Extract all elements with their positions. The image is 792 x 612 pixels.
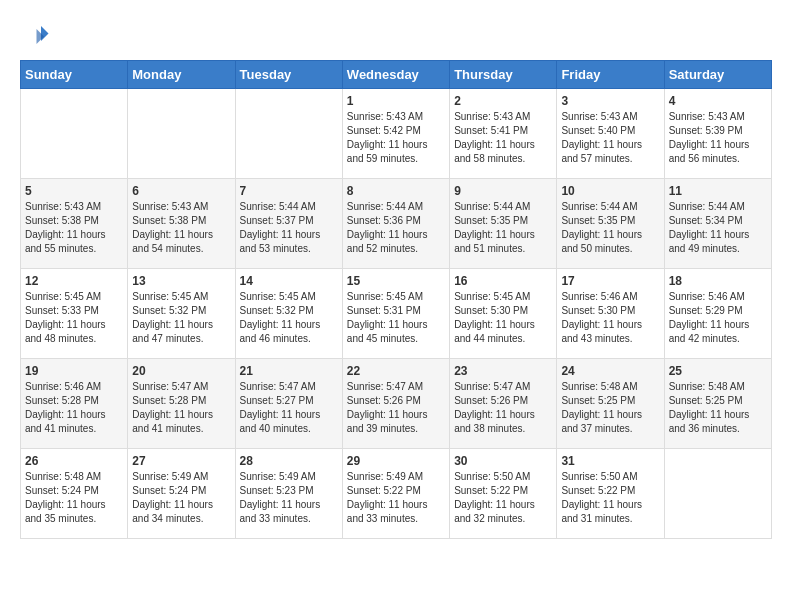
calendar-cell [128,89,235,179]
day-info: Sunrise: 5:48 AM Sunset: 5:24 PM Dayligh… [25,470,123,526]
day-info: Sunrise: 5:45 AM Sunset: 5:32 PM Dayligh… [132,290,230,346]
calendar-cell: 28Sunrise: 5:49 AM Sunset: 5:23 PM Dayli… [235,449,342,539]
day-info: Sunrise: 5:47 AM Sunset: 5:26 PM Dayligh… [347,380,445,436]
day-info: Sunrise: 5:45 AM Sunset: 5:30 PM Dayligh… [454,290,552,346]
day-number: 15 [347,274,445,288]
day-info: Sunrise: 5:47 AM Sunset: 5:27 PM Dayligh… [240,380,338,436]
day-number: 27 [132,454,230,468]
calendar-cell: 8Sunrise: 5:44 AM Sunset: 5:36 PM Daylig… [342,179,449,269]
header-cell-saturday: Saturday [664,61,771,89]
header [20,20,772,50]
calendar-cell: 23Sunrise: 5:47 AM Sunset: 5:26 PM Dayli… [450,359,557,449]
calendar-cell: 4Sunrise: 5:43 AM Sunset: 5:39 PM Daylig… [664,89,771,179]
day-info: Sunrise: 5:43 AM Sunset: 5:41 PM Dayligh… [454,110,552,166]
day-info: Sunrise: 5:44 AM Sunset: 5:37 PM Dayligh… [240,200,338,256]
day-info: Sunrise: 5:43 AM Sunset: 5:39 PM Dayligh… [669,110,767,166]
day-number: 26 [25,454,123,468]
day-info: Sunrise: 5:47 AM Sunset: 5:26 PM Dayligh… [454,380,552,436]
day-number: 2 [454,94,552,108]
calendar-cell: 18Sunrise: 5:46 AM Sunset: 5:29 PM Dayli… [664,269,771,359]
day-number: 29 [347,454,445,468]
day-info: Sunrise: 5:46 AM Sunset: 5:30 PM Dayligh… [561,290,659,346]
calendar-cell: 30Sunrise: 5:50 AM Sunset: 5:22 PM Dayli… [450,449,557,539]
day-info: Sunrise: 5:49 AM Sunset: 5:24 PM Dayligh… [132,470,230,526]
calendar-cell: 3Sunrise: 5:43 AM Sunset: 5:40 PM Daylig… [557,89,664,179]
calendar-cell: 24Sunrise: 5:48 AM Sunset: 5:25 PM Dayli… [557,359,664,449]
header-cell-monday: Monday [128,61,235,89]
day-info: Sunrise: 5:43 AM Sunset: 5:38 PM Dayligh… [132,200,230,256]
day-number: 24 [561,364,659,378]
calendar-cell: 6Sunrise: 5:43 AM Sunset: 5:38 PM Daylig… [128,179,235,269]
svg-marker-0 [41,26,49,41]
week-row-3: 12Sunrise: 5:45 AM Sunset: 5:33 PM Dayli… [21,269,772,359]
day-number: 6 [132,184,230,198]
day-info: Sunrise: 5:44 AM Sunset: 5:35 PM Dayligh… [561,200,659,256]
header-cell-thursday: Thursday [450,61,557,89]
calendar-cell: 10Sunrise: 5:44 AM Sunset: 5:35 PM Dayli… [557,179,664,269]
day-number: 20 [132,364,230,378]
calendar-cell: 19Sunrise: 5:46 AM Sunset: 5:28 PM Dayli… [21,359,128,449]
day-info: Sunrise: 5:44 AM Sunset: 5:34 PM Dayligh… [669,200,767,256]
day-number: 25 [669,364,767,378]
day-info: Sunrise: 5:43 AM Sunset: 5:38 PM Dayligh… [25,200,123,256]
day-info: Sunrise: 5:45 AM Sunset: 5:32 PM Dayligh… [240,290,338,346]
calendar-cell: 26Sunrise: 5:48 AM Sunset: 5:24 PM Dayli… [21,449,128,539]
calendar-cell: 12Sunrise: 5:45 AM Sunset: 5:33 PM Dayli… [21,269,128,359]
day-number: 23 [454,364,552,378]
day-info: Sunrise: 5:49 AM Sunset: 5:22 PM Dayligh… [347,470,445,526]
day-info: Sunrise: 5:49 AM Sunset: 5:23 PM Dayligh… [240,470,338,526]
day-number: 11 [669,184,767,198]
day-info: Sunrise: 5:43 AM Sunset: 5:42 PM Dayligh… [347,110,445,166]
day-number: 1 [347,94,445,108]
calendar-cell: 20Sunrise: 5:47 AM Sunset: 5:28 PM Dayli… [128,359,235,449]
calendar-cell: 31Sunrise: 5:50 AM Sunset: 5:22 PM Dayli… [557,449,664,539]
calendar-cell: 7Sunrise: 5:44 AM Sunset: 5:37 PM Daylig… [235,179,342,269]
day-number: 3 [561,94,659,108]
day-number: 12 [25,274,123,288]
calendar-table: SundayMondayTuesdayWednesdayThursdayFrid… [20,60,772,539]
calendar-cell: 22Sunrise: 5:47 AM Sunset: 5:26 PM Dayli… [342,359,449,449]
day-info: Sunrise: 5:44 AM Sunset: 5:36 PM Dayligh… [347,200,445,256]
calendar-cell [664,449,771,539]
day-number: 4 [669,94,767,108]
header-cell-friday: Friday [557,61,664,89]
day-number: 30 [454,454,552,468]
week-row-2: 5Sunrise: 5:43 AM Sunset: 5:38 PM Daylig… [21,179,772,269]
calendar-cell: 27Sunrise: 5:49 AM Sunset: 5:24 PM Dayli… [128,449,235,539]
calendar-cell: 29Sunrise: 5:49 AM Sunset: 5:22 PM Dayli… [342,449,449,539]
day-number: 19 [25,364,123,378]
day-info: Sunrise: 5:48 AM Sunset: 5:25 PM Dayligh… [669,380,767,436]
calendar-cell: 5Sunrise: 5:43 AM Sunset: 5:38 PM Daylig… [21,179,128,269]
day-info: Sunrise: 5:48 AM Sunset: 5:25 PM Dayligh… [561,380,659,436]
header-row: SundayMondayTuesdayWednesdayThursdayFrid… [21,61,772,89]
day-number: 28 [240,454,338,468]
day-number: 18 [669,274,767,288]
week-row-1: 1Sunrise: 5:43 AM Sunset: 5:42 PM Daylig… [21,89,772,179]
calendar-cell: 2Sunrise: 5:43 AM Sunset: 5:41 PM Daylig… [450,89,557,179]
week-row-5: 26Sunrise: 5:48 AM Sunset: 5:24 PM Dayli… [21,449,772,539]
logo [20,20,54,50]
day-info: Sunrise: 5:45 AM Sunset: 5:31 PM Dayligh… [347,290,445,346]
calendar-cell: 21Sunrise: 5:47 AM Sunset: 5:27 PM Dayli… [235,359,342,449]
week-row-4: 19Sunrise: 5:46 AM Sunset: 5:28 PM Dayli… [21,359,772,449]
calendar-cell: 25Sunrise: 5:48 AM Sunset: 5:25 PM Dayli… [664,359,771,449]
header-cell-sunday: Sunday [21,61,128,89]
day-info: Sunrise: 5:46 AM Sunset: 5:29 PM Dayligh… [669,290,767,346]
calendar-cell: 14Sunrise: 5:45 AM Sunset: 5:32 PM Dayli… [235,269,342,359]
calendar-cell: 1Sunrise: 5:43 AM Sunset: 5:42 PM Daylig… [342,89,449,179]
day-number: 7 [240,184,338,198]
calendar-cell: 9Sunrise: 5:44 AM Sunset: 5:35 PM Daylig… [450,179,557,269]
day-info: Sunrise: 5:43 AM Sunset: 5:40 PM Dayligh… [561,110,659,166]
day-info: Sunrise: 5:44 AM Sunset: 5:35 PM Dayligh… [454,200,552,256]
day-info: Sunrise: 5:45 AM Sunset: 5:33 PM Dayligh… [25,290,123,346]
day-number: 5 [25,184,123,198]
day-info: Sunrise: 5:50 AM Sunset: 5:22 PM Dayligh… [561,470,659,526]
day-number: 21 [240,364,338,378]
day-number: 10 [561,184,659,198]
calendar-cell: 17Sunrise: 5:46 AM Sunset: 5:30 PM Dayli… [557,269,664,359]
day-info: Sunrise: 5:46 AM Sunset: 5:28 PM Dayligh… [25,380,123,436]
day-number: 8 [347,184,445,198]
day-number: 16 [454,274,552,288]
calendar-cell [21,89,128,179]
logo-icon [20,20,50,50]
